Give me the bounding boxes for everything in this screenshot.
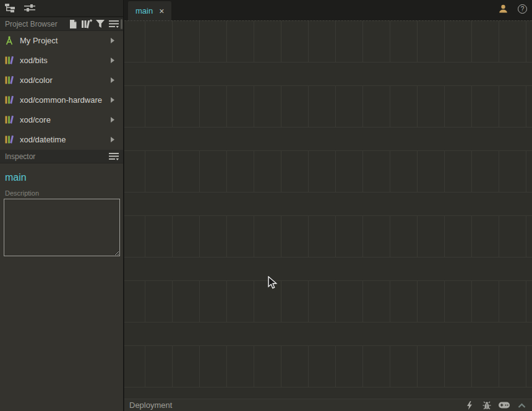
description-label: Description xyxy=(5,189,119,197)
project-browser-item-xod-datetime[interactable]: xod/datetime xyxy=(0,130,123,149)
project-browser-item-label: My Project xyxy=(20,36,111,45)
chevron-right-icon[interactable] xyxy=(111,97,114,103)
library-icon xyxy=(4,134,15,144)
xod-ide-window: Project Browser xyxy=(0,0,532,411)
filter-icon[interactable] xyxy=(93,18,107,30)
deployment-bar[interactable]: Deployment xyxy=(124,399,532,411)
bolt-icon[interactable] xyxy=(464,400,475,410)
description-textarea[interactable] xyxy=(4,199,120,256)
project-browser-item-xod-color[interactable]: xod/color xyxy=(0,71,123,89)
project-browser-item-label: xod/bits xyxy=(20,56,111,65)
chevron-right-icon[interactable] xyxy=(111,77,114,83)
chevron-right-icon[interactable] xyxy=(111,117,114,123)
tab-label: main xyxy=(135,6,153,15)
add-library-icon[interactable] xyxy=(80,18,93,30)
chevron-right-icon[interactable] xyxy=(111,137,114,142)
topbar-right-icons: ? xyxy=(491,0,532,17)
project-browser-item-my-project[interactable]: My Project xyxy=(0,31,123,50)
deployment-label: Deployment xyxy=(129,400,464,410)
library-icon xyxy=(4,115,15,124)
project-browser-item-label: xod/color xyxy=(20,76,111,85)
project-browser-header: Project Browser xyxy=(0,17,123,31)
project-icon xyxy=(4,35,15,45)
chevron-up-icon[interactable] xyxy=(516,400,527,410)
inspector-title: Inspector xyxy=(5,152,107,161)
help-icon[interactable]: ? xyxy=(518,4,527,14)
inspector-body: main Description xyxy=(0,163,123,411)
sort-icon[interactable] xyxy=(107,18,121,30)
library-icon xyxy=(4,55,15,65)
project-browser-list: My Project xod/bits xyxy=(0,31,123,150)
user-icon[interactable] xyxy=(496,2,510,15)
chevron-right-icon[interactable] xyxy=(111,38,114,43)
project-browser-item-xod-bits[interactable]: xod/bits xyxy=(0,51,123,69)
tab-bar: main × ? xyxy=(124,0,532,20)
chevron-right-icon[interactable] xyxy=(111,58,114,63)
library-icon xyxy=(4,75,15,85)
sidebar-scrollbar-thumb[interactable] xyxy=(121,19,122,29)
project-browser-title: Project Browser xyxy=(5,20,66,28)
project-browser-item-label: xod/datetime xyxy=(20,135,111,144)
patch-canvas[interactable] xyxy=(124,20,532,399)
sidebar-toolbar xyxy=(0,0,123,17)
sidebar: Project Browser xyxy=(0,0,124,411)
sort-icon[interactable] xyxy=(107,150,121,163)
tab-main[interactable]: main × xyxy=(128,1,171,20)
tree-view-icon[interactable] xyxy=(2,1,17,15)
new-patch-icon[interactable] xyxy=(66,18,80,30)
bug-icon[interactable] xyxy=(481,400,492,410)
project-browser-item-label: xod/core xyxy=(20,115,111,124)
close-icon[interactable]: × xyxy=(159,7,164,15)
project-browser-item-xod-core[interactable]: xod/core xyxy=(0,110,123,129)
sliders-icon[interactable] xyxy=(22,1,37,15)
inspector-patch-name: main xyxy=(5,172,119,183)
inspector-header: Inspector xyxy=(0,150,123,163)
project-browser-item-xod-common-hardware[interactable]: xod/common-hardware xyxy=(0,90,123,109)
project-browser-item-label: xod/common-hardware xyxy=(20,95,111,105)
main-area: main × ? Deployment xyxy=(124,0,532,411)
gamepad-icon[interactable] xyxy=(499,400,510,410)
library-icon xyxy=(4,95,15,105)
deployment-icons xyxy=(464,400,527,410)
